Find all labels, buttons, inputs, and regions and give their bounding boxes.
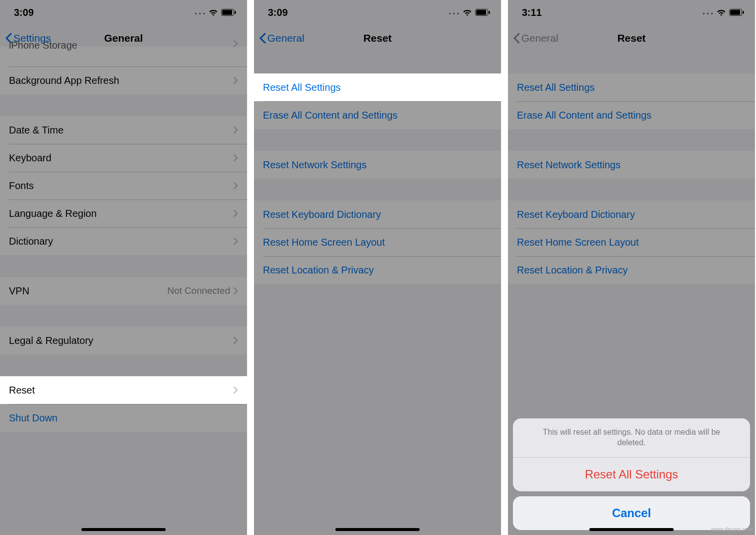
row-label: Reset Location & Privacy (263, 265, 374, 276)
row-label: Reset Home Screen Layout (517, 237, 639, 248)
back-button[interactable]: General (259, 32, 305, 44)
chevron-left-icon (513, 33, 520, 44)
section-gap (508, 179, 755, 201)
status-bar: 3:09 • • • (254, 0, 501, 25)
status-time: 3:09 (14, 7, 34, 18)
row-label: Dictionary (9, 236, 53, 247)
status-bar: 3:09 • • • (0, 0, 247, 25)
wifi-icon (716, 9, 726, 16)
row-label: Keyboard (9, 152, 52, 164)
screen-general: 3:09 • • • Settings General iPhone Stora… (0, 0, 247, 535)
row-fonts[interactable]: Fonts (0, 172, 247, 200)
cancel-button[interactable]: Cancel (513, 496, 750, 530)
chevron-right-icon (233, 287, 238, 295)
svg-rect-5 (489, 11, 490, 14)
section-gap (508, 129, 755, 151)
row-erase-all-content[interactable]: Erase All Content and Settings (254, 101, 501, 129)
chevron-right-icon (233, 209, 238, 217)
row-reset-home: Reset Home Screen Layout (508, 228, 755, 256)
row-label: Reset Home Screen Layout (263, 237, 385, 248)
row-label: Date & Time (9, 125, 63, 136)
row-date-time[interactable]: Date & Time (0, 116, 247, 144)
chevron-right-icon (233, 126, 238, 134)
battery-icon (221, 9, 236, 16)
row-legal[interactable]: Legal & Regulatory (0, 327, 247, 354)
row-detail: Not Connected (167, 285, 230, 296)
row-reset-all-settings: Reset All Settings (508, 73, 755, 101)
row-reset-location: Reset Location & Privacy (508, 256, 755, 284)
chevron-right-icon (233, 336, 238, 344)
svg-rect-7 (730, 10, 740, 15)
recording-indicator-icon: • • • (195, 11, 205, 16)
wifi-icon (462, 9, 472, 16)
row-vpn[interactable]: VPN Not Connected (0, 277, 247, 305)
back-label: General (521, 32, 559, 44)
action-sheet-message: This will reset all settings. No data or… (513, 418, 750, 458)
section-gap (508, 52, 755, 73)
row-label: Shut Down (9, 412, 58, 424)
row-label: Reset Network Settings (517, 159, 621, 171)
row-label: Background App Refresh (9, 75, 119, 86)
battery-icon (475, 9, 490, 16)
row-reset-network[interactable]: Reset Network Settings (254, 151, 501, 179)
row-erase-all-content: Erase All Content and Settings (508, 101, 755, 129)
row-label: Reset (9, 385, 35, 396)
chevron-right-icon (233, 237, 238, 245)
row-label: Legal & Regulatory (9, 335, 93, 346)
action-sheet-group: This will reset all settings. No data or… (513, 418, 750, 491)
row-label: Reset Location & Privacy (517, 265, 628, 276)
row-background-app-refresh[interactable]: Background App Refresh (0, 67, 247, 94)
chevron-right-icon (233, 154, 238, 162)
status-right: • • • (195, 8, 236, 16)
row-reset-keyboard[interactable]: Reset Keyboard Dictionary (254, 201, 501, 228)
section-gap (0, 305, 247, 327)
screen-reset-confirm: 3:11 • • • General Reset Reset All Setti… (508, 0, 755, 535)
status-right: • • • (703, 8, 744, 16)
section-gap (254, 129, 501, 151)
svg-rect-4 (476, 10, 486, 15)
general-list: iPhone Storage Background App Refresh Da… (0, 47, 247, 432)
row-label: Reset All Settings (263, 82, 341, 93)
row-reset[interactable]: Reset (0, 376, 247, 404)
row-label: Reset All Settings (517, 82, 595, 93)
battery-icon (729, 9, 744, 16)
section-gap (0, 255, 247, 277)
row-label: VPN (9, 285, 29, 297)
reset-list-bg: Reset All Settings Erase All Content and… (508, 52, 755, 284)
row-reset-all-settings[interactable]: Reset All Settings (254, 73, 501, 101)
home-indicator[interactable] (335, 528, 420, 531)
row-label: iPhone Storage (9, 40, 77, 51)
chevron-right-icon (233, 76, 238, 84)
status-time: 3:09 (268, 7, 288, 18)
row-label: Erase All Content and Settings (263, 110, 397, 121)
section-gap (254, 52, 501, 73)
section-gap (254, 179, 501, 201)
wifi-icon (208, 9, 218, 16)
svg-rect-2 (235, 11, 236, 14)
svg-rect-8 (743, 11, 744, 14)
row-language-region[interactable]: Language & Region (0, 200, 247, 227)
row-label: Erase All Content and Settings (517, 110, 651, 121)
action-sheet: This will reset all settings. No data or… (513, 418, 750, 530)
watermark: www.deuaq.com (711, 526, 753, 532)
home-indicator[interactable] (81, 528, 166, 531)
recording-indicator-icon: • • • (703, 11, 713, 16)
home-indicator[interactable] (589, 528, 674, 531)
row-iphone-storage[interactable]: iPhone Storage (0, 47, 247, 67)
recording-indicator-icon: • • • (449, 11, 459, 16)
svg-rect-1 (222, 10, 232, 15)
row-shut-down[interactable]: Shut Down (0, 404, 247, 432)
confirm-reset-button[interactable]: Reset All Settings (513, 458, 750, 491)
status-bar: 3:11 • • • (508, 0, 755, 25)
row-reset-location[interactable]: Reset Location & Privacy (254, 256, 501, 284)
row-reset-keyboard: Reset Keyboard Dictionary (508, 201, 755, 228)
row-keyboard[interactable]: Keyboard (0, 144, 247, 172)
status-right: • • • (449, 8, 490, 16)
row-dictionary[interactable]: Dictionary (0, 227, 247, 255)
status-time: 3:11 (522, 7, 542, 18)
row-reset-home[interactable]: Reset Home Screen Layout (254, 228, 501, 256)
row-label: Reset Keyboard Dictionary (263, 209, 381, 220)
section-gap (0, 354, 247, 376)
reset-list: Reset All Settings Erase All Content and… (254, 52, 501, 284)
section-gap (0, 94, 247, 116)
